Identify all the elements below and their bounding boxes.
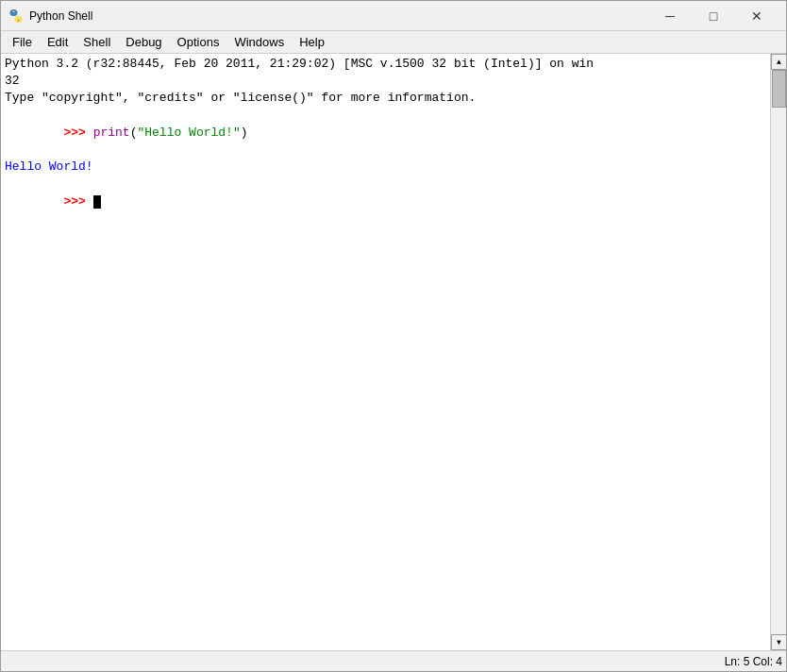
scroll-up-button[interactable]: ▲ — [771, 54, 786, 70]
window-title: Python Shell — [29, 9, 92, 23]
shell-line-1: Python 3.2 (r32:88445, Feb 20 2011, 21:2… — [5, 56, 766, 73]
window-controls: ─ □ ✕ — [648, 1, 779, 31]
shell-content: Python 3.2 (r32:88445, Feb 20 2011, 21:2… — [1, 54, 786, 650]
menu-bar: File Edit Shell Debug Options Windows He… — [1, 31, 786, 54]
shell-line-3: Type "copyright", "credits" or "license(… — [5, 90, 766, 107]
code-print: print — [93, 126, 130, 140]
scroll-down-button[interactable]: ▼ — [771, 634, 786, 650]
shell-text-area[interactable]: Python 3.2 (r32:88445, Feb 20 2011, 21:2… — [1, 54, 770, 650]
menu-debug[interactable]: Debug — [118, 33, 169, 51]
main-window: Python Shell ─ □ ✕ File Edit Shell Debug… — [0, 0, 787, 672]
maximize-button[interactable]: □ — [692, 1, 735, 31]
menu-options[interactable]: Options — [170, 33, 227, 51]
close-button[interactable]: ✕ — [735, 1, 779, 31]
minimize-button[interactable]: ─ — [648, 1, 692, 31]
code-string: "Hello World!" — [137, 126, 240, 140]
title-bar: Python Shell ─ □ ✕ — [1, 1, 786, 31]
status-text: Ln: 5 Col: 4 — [725, 655, 782, 668]
shell-line-4: >>> print("Hello World!") — [5, 108, 766, 160]
cursor — [93, 195, 101, 209]
shell-output-line: Hello World! — [5, 159, 766, 176]
shell-line-prompt2: >>> — [5, 176, 766, 227]
title-left: Python Shell — [8, 8, 92, 24]
scrollbar-thumb[interactable] — [772, 70, 786, 108]
menu-shell[interactable]: Shell — [75, 33, 118, 51]
svg-point-1 — [15, 16, 23, 23]
shell-line-2: 32 — [5, 73, 766, 90]
menu-windows[interactable]: Windows — [226, 33, 292, 51]
scrollbar-vertical[interactable]: ▲ ▼ — [770, 54, 786, 650]
prompt-2: >>> — [63, 194, 92, 209]
menu-file[interactable]: File — [5, 33, 40, 51]
menu-edit[interactable]: Edit — [40, 33, 75, 51]
code-paren-close: ) — [241, 126, 248, 140]
svg-point-3 — [18, 19, 20, 21]
scrollbar-track[interactable] — [771, 70, 786, 634]
prompt-1: >>> — [63, 126, 92, 140]
menu-help[interactable]: Help — [292, 33, 332, 51]
status-bar: Ln: 5 Col: 4 — [1, 650, 786, 671]
svg-point-2 — [13, 10, 15, 12]
python-logo-icon — [8, 8, 24, 24]
svg-point-0 — [10, 9, 18, 16]
